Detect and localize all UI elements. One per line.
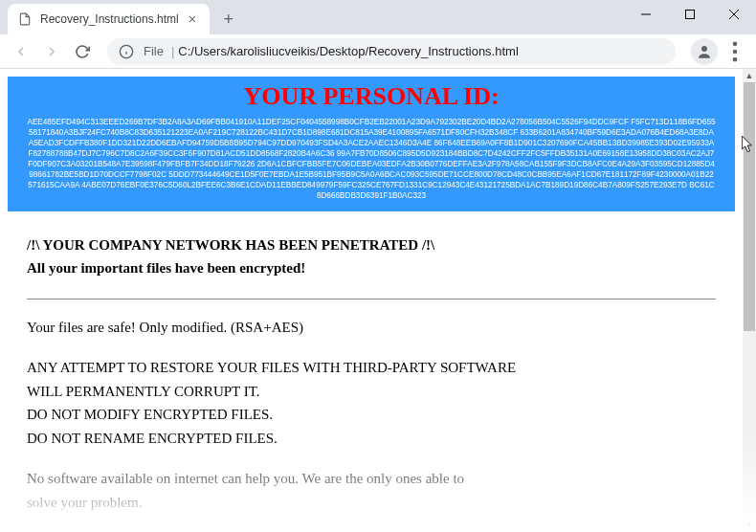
back-button[interactable] bbox=[8, 38, 34, 65]
tab-title: Recovery_Instructions.html bbox=[40, 12, 179, 26]
headline-penetrated: /!\ YOUR COMPANY NETWORK HAS BEEN PENETR… bbox=[27, 234, 716, 256]
file-icon bbox=[17, 11, 33, 27]
divider bbox=[27, 299, 716, 299]
scroll-down-arrow-icon[interactable]: ▼ bbox=[743, 519, 756, 532]
tab-close-icon[interactable]: × bbox=[185, 11, 200, 27]
nosw-line: No software available on internet can he… bbox=[27, 468, 716, 490]
svg-point-7 bbox=[701, 46, 707, 52]
page-content: YOUR PERSONAL ID: AEE485EFD494C313EEED26… bbox=[0, 69, 743, 532]
browser-title-bar: Recovery_Instructions.html × + bbox=[0, 0, 756, 34]
svg-point-10 bbox=[733, 56, 738, 61]
browser-tab-active[interactable]: Recovery_Instructions.html × bbox=[8, 4, 210, 34]
close-window-button[interactable] bbox=[712, 0, 756, 29]
id-line: 4ABE07D76EBF0E376C5D60L2BFEE6C3B6E1CDAD1… bbox=[81, 181, 687, 189]
minimize-button[interactable] bbox=[624, 0, 668, 29]
scroll-thumb[interactable] bbox=[744, 82, 755, 331]
headline-section: /!\ YOUR COMPANY NETWORK HAS BEEN PENETR… bbox=[27, 234, 716, 279]
profile-button[interactable] bbox=[691, 38, 718, 65]
svg-point-9 bbox=[733, 49, 738, 54]
address-scheme-label: File bbox=[144, 44, 164, 58]
warning-section: ANY ATTEMPT TO RESTORE YOUR FILES WITH T… bbox=[27, 357, 716, 449]
address-separator: | bbox=[171, 44, 174, 58]
warn-line: DO NOT MODIFY ENCRYPTED FILES. bbox=[27, 404, 716, 426]
nosw-line: solve your problem. bbox=[27, 492, 716, 514]
warn-line: DO NOT RENAME ENCRYPTED FILES. bbox=[27, 428, 716, 450]
id-line: AEE485EFD494C313EEED269B7DF3B2A8A3AD69FB… bbox=[27, 118, 629, 126]
kebab-menu-icon[interactable] bbox=[722, 38, 748, 65]
vertical-scrollbar[interactable]: ▲ ▼ bbox=[743, 69, 756, 532]
new-tab-button[interactable]: + bbox=[215, 6, 242, 33]
reload-button[interactable] bbox=[69, 38, 96, 65]
address-path: C:/Users/karolisliucveikis/Desktop/Recov… bbox=[178, 44, 518, 58]
warn-line: WILL PERMANENTLY CORRUPT IT. bbox=[27, 381, 716, 403]
window-controls bbox=[624, 0, 756, 29]
site-info-icon[interactable] bbox=[119, 44, 134, 59]
scroll-up-arrow-icon[interactable]: ▲ bbox=[743, 69, 756, 82]
files-safe-text: Your files are safe! Only modified. (RSA… bbox=[27, 317, 716, 339]
banner-title: YOUR PERSONAL ID: bbox=[17, 82, 725, 111]
forward-button[interactable] bbox=[38, 38, 65, 65]
warn-line: ANY ATTEMPT TO RESTORE YOUR FILES WITH T… bbox=[27, 357, 716, 379]
browser-toolbar: File | C:/Users/karolisliucveikis/Deskto… bbox=[0, 34, 756, 69]
safe-section: Your files are safe! Only modified. (RSA… bbox=[27, 317, 716, 339]
svg-point-8 bbox=[733, 41, 738, 46]
ransom-note-body: /!\ YOUR COMPANY NETWORK HAS BEEN PENETR… bbox=[8, 211, 735, 533]
id-banner: YOUR PERSONAL ID: AEE485EFD494C313EEED26… bbox=[8, 77, 735, 211]
maximize-button[interactable] bbox=[668, 0, 712, 29]
nosoftware-section: No software available on internet can he… bbox=[27, 468, 716, 513]
address-bar[interactable]: File | C:/Users/karolisliucveikis/Deskto… bbox=[107, 38, 676, 65]
page-viewport: YOUR PERSONAL ID: AEE485EFD494C313EEED26… bbox=[0, 69, 743, 532]
headline-encrypted: All your important files have been encry… bbox=[27, 257, 716, 279]
svg-rect-1 bbox=[686, 11, 695, 19]
personal-id-block: AEE485EFD494C313EEED269B7DF3B2A8A3AD69FB… bbox=[27, 117, 716, 202]
